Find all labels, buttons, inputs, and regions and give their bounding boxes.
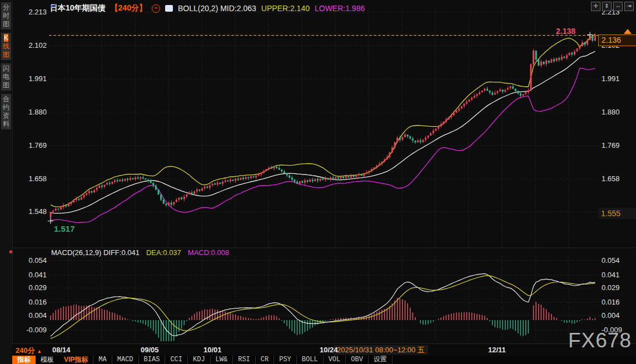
reset-scale-icon[interactable]: ⇥ xyxy=(624,2,634,11)
indicator-button-psy[interactable]: PSY xyxy=(274,356,296,364)
time-axis: 240分 ▲ 2025/10/31 08:00~12:00 五 08/1409/… xyxy=(12,343,636,356)
indicator-button-macd[interactable]: MACD xyxy=(112,356,138,364)
svg-text:0.016: 0.016 xyxy=(602,298,620,306)
toolbar-tab-0[interactable]: 指标 xyxy=(12,356,36,364)
indicator-button-cci[interactable]: CCI xyxy=(165,356,187,364)
sidebar-tab-3[interactable]: 合约资料 xyxy=(1,94,11,129)
level-price-box: 1.555 xyxy=(598,208,636,219)
indicator-button-lw&[interactable]: LW& xyxy=(210,356,233,364)
svg-text:1.658: 1.658 xyxy=(602,174,620,183)
macd-hist-value: MACD:0.008 xyxy=(188,248,229,257)
pan-icon[interactable]: ✛ xyxy=(591,2,600,11)
fx678-watermark: FX678 xyxy=(568,329,632,352)
indicator-button-vol[interactable]: VOL xyxy=(323,356,346,364)
indicator-button-kdj[interactable]: KDJ xyxy=(187,356,210,364)
instrument-name: 日本10年期国债 xyxy=(50,3,106,13)
svg-text:0.029: 0.029 xyxy=(28,283,47,292)
fit-vertical-icon[interactable]: ⇕ xyxy=(602,2,612,11)
x-tick-label: 09/05 xyxy=(141,346,159,354)
indicator-button-ma[interactable]: MA xyxy=(93,356,111,364)
sidebar-tab-2[interactable]: 闪电图 xyxy=(1,63,11,91)
candlestick-macd-canvas[interactable]: 2.2132.2132.1022.1021.9911.9911.8801.880… xyxy=(0,0,636,364)
x-tick-label: 08/14 xyxy=(52,346,71,354)
svg-text:2.102: 2.102 xyxy=(28,41,47,49)
chart-controls: ✛⇕⇔⇥ xyxy=(591,2,634,11)
current-price-box: 2.136 xyxy=(598,34,636,46)
svg-text:0.054: 0.054 xyxy=(602,256,620,265)
svg-text:1.769: 1.769 xyxy=(602,141,620,149)
macd-header: MACD(26,12,9) DIFF:0.041 DEA:0.037 MACD:… xyxy=(51,248,229,257)
x-tick-label: 10/01 xyxy=(203,346,222,354)
boll-upper-value: UPPER:2.140 xyxy=(261,4,310,13)
boll-lower-value: LOWER:1.986 xyxy=(315,4,365,13)
svg-text:0.029: 0.029 xyxy=(602,283,620,292)
chart-window: 2.2132.2132.1022.1021.9911.9911.8801.880… xyxy=(0,0,636,364)
indicator-button-bias[interactable]: BIAS xyxy=(138,356,165,364)
svg-text:0.004: 0.004 xyxy=(28,311,47,320)
x-tick-label: 10/24 xyxy=(320,346,338,354)
chart-header: 日本10年期国债 【240分】 − BOLL(20,2) MID:2.063 U… xyxy=(50,3,365,13)
sidebar-tab-1[interactable]: K线图 xyxy=(1,33,11,60)
indicator-button-cr[interactable]: CR xyxy=(255,356,274,364)
crosshair-date-box: 2025/10/31 08:00~12:00 五 xyxy=(334,345,428,355)
svg-text:2.213: 2.213 xyxy=(28,8,47,16)
svg-text:-0.009: -0.009 xyxy=(26,326,47,334)
toolbar-tab-2[interactable]: VIP指标 xyxy=(59,356,93,364)
caret-up-icon: ▲ xyxy=(37,348,42,354)
indicator-button-设置[interactable]: 设置 xyxy=(368,356,392,364)
svg-text:1.991: 1.991 xyxy=(602,74,620,83)
svg-text:0.016: 0.016 xyxy=(28,298,47,306)
mini-chart-icon[interactable] xyxy=(165,5,173,12)
macd-diff-value: MACD(26,12,9) DIFF:0.041 xyxy=(51,248,140,257)
sidebar-tab-0[interactable]: 分时图 xyxy=(1,2,11,29)
toolbar-tab-1[interactable]: 模板 xyxy=(36,356,59,364)
price-up-arrow-icon xyxy=(624,29,632,34)
boll-mid-value: BOLL(20,2) MID:2.063 xyxy=(178,4,256,13)
svg-text:0.004: 0.004 xyxy=(602,311,620,320)
indicator-button-obv[interactable]: OBV xyxy=(345,356,368,364)
svg-text:1.991: 1.991 xyxy=(28,74,47,83)
collapse-indicator-icon[interactable]: − xyxy=(152,4,160,13)
svg-text:0.054: 0.054 xyxy=(28,256,47,265)
svg-text:0.041: 0.041 xyxy=(28,271,47,279)
svg-text:1.548: 1.548 xyxy=(28,207,47,216)
svg-text:1.880: 1.880 xyxy=(28,108,47,116)
low-price-label: 1.517 xyxy=(54,224,75,233)
indicator-toolbar: 指标模板VIP指标MAMACDBIASCCIKDJLW&RSICRPSYBOLL… xyxy=(12,356,636,364)
period-selector-button[interactable]: 240分 ▲ xyxy=(16,346,42,356)
x-tick-label: 12/11 xyxy=(488,346,506,354)
macd-dea-value: DEA:0.037 xyxy=(146,248,181,257)
sidebar: 分时图K线图闪电图合约资料 xyxy=(0,0,13,364)
svg-text:0.041: 0.041 xyxy=(602,271,620,279)
indicator-button-rsi[interactable]: RSI xyxy=(232,356,255,364)
svg-text:1.769: 1.769 xyxy=(28,141,47,149)
indicator-settings-icon[interactable]: * xyxy=(9,248,13,260)
period-label[interactable]: 【240分】 xyxy=(111,3,147,13)
svg-text:1.658: 1.658 xyxy=(28,174,47,183)
indicator-button-boll[interactable]: BOLL xyxy=(296,356,323,364)
svg-text:1.880: 1.880 xyxy=(602,108,620,116)
high-price-label: 2.138 xyxy=(556,27,575,36)
fit-horizontal-icon[interactable]: ⇔ xyxy=(613,2,623,11)
